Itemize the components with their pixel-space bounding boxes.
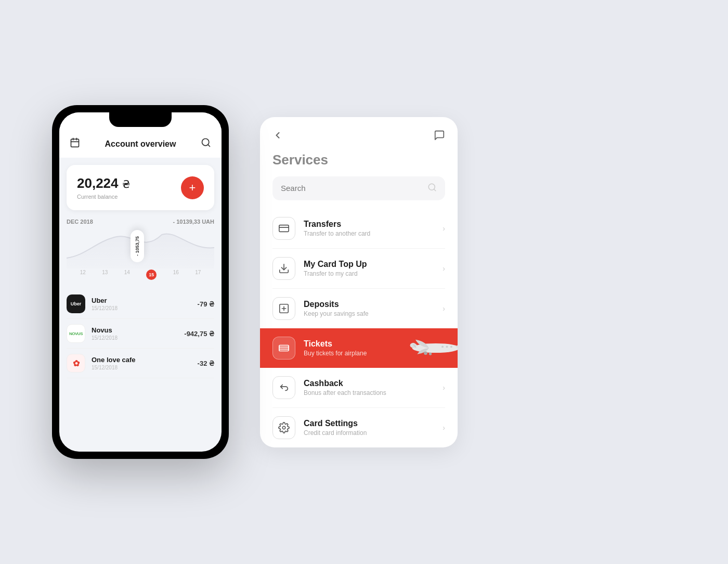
main-container: Account overview 20,224 ₴ Curren — [52, 105, 676, 459]
service-item-deposits[interactable]: Deposits Keep your savings safe › — [260, 289, 458, 328]
uber-logo: Uber — [67, 294, 85, 313]
phone-screen: Account overview 20,224 ₴ Curren — [59, 112, 222, 452]
services-header — [260, 117, 458, 152]
service-item-cashback[interactable]: Cashback Bonus after each transactions › — [260, 368, 458, 407]
svg-rect-0 — [71, 139, 79, 147]
svg-point-18 — [429, 352, 432, 355]
svg-point-19 — [282, 426, 285, 429]
card-settings-name: Card Settings — [304, 419, 434, 428]
svg-point-14 — [441, 345, 444, 348]
period-amount: - 10139,33 UAH — [173, 219, 215, 225]
search-icon — [427, 183, 437, 194]
tx-amount-uber: -79 ₴ — [198, 300, 214, 308]
balance-info: 20,224 ₴ Current balance — [77, 175, 130, 200]
plane-illustration — [395, 331, 458, 365]
chart-labels: 12 13 14 15 16 17 — [67, 270, 214, 280]
chat-icon[interactable] — [434, 130, 445, 144]
transaction-cafe[interactable]: ✿ One love cafe 15/12/2018 -32 ₴ — [67, 349, 214, 378]
search-box[interactable] — [272, 176, 445, 200]
novus-logo: NOVUS — [67, 324, 85, 343]
back-button[interactable] — [272, 130, 283, 143]
deposits-chevron: › — [443, 304, 445, 313]
svg-rect-8 — [279, 225, 289, 232]
tx-amount-cafe: -32 ₴ — [198, 360, 214, 367]
calendar-icon[interactable] — [70, 137, 80, 150]
add-button[interactable]: + — [181, 176, 204, 199]
transaction-uber[interactable]: Uber Uber 15/12/2018 -79 ₴ — [67, 289, 214, 319]
transactions-list: Uber Uber 15/12/2018 -79 ₴ NOVUS Novus 1… — [59, 284, 222, 452]
service-item-transfers[interactable]: Transfers Transfer to another card › — [260, 209, 458, 248]
transfers-chevron: › — [443, 224, 445, 233]
cashback-icon — [272, 376, 295, 399]
tx-amount-novus: -942,75 ₴ — [184, 330, 214, 338]
card-top-up-desc: Transfer to my card — [304, 270, 434, 277]
services-panel: Services Transfers Transfer to another c… — [260, 117, 458, 447]
svg-line-7 — [434, 189, 435, 190]
cafe-logo: ✿ — [67, 354, 85, 373]
card-top-up-icon — [272, 257, 295, 280]
services-title: Services — [260, 152, 458, 176]
tickets-icon — [272, 337, 295, 360]
phone-mockup: Account overview 20,224 ₴ Curren — [52, 105, 229, 459]
svg-rect-12 — [279, 345, 289, 351]
service-item-card-settings[interactable]: Card Settings Credit card information › — [260, 408, 458, 447]
tx-name-novus: Novus — [92, 326, 178, 334]
chart-tooltip: - 1053,75 — [131, 230, 144, 262]
service-item-card-top-up[interactable]: My Card Top Up Transfer to my card › — [260, 249, 458, 288]
tx-date-uber: 15/12/2018 — [92, 305, 191, 311]
transfers-desc: Transfer to another card — [304, 230, 434, 237]
card-settings-icon — [272, 416, 295, 439]
card-settings-desc: Credit card information — [304, 429, 434, 437]
card-top-up-name: My Card Top Up — [304, 260, 434, 269]
chart-container: - 1053,75 12 13 14 15 16 17 — [67, 228, 214, 280]
transfers-icon — [272, 217, 295, 240]
phone-body: Account overview 20,224 ₴ Curren — [52, 105, 229, 459]
transfers-name: Transfers — [304, 220, 434, 229]
cashback-name: Cashback — [304, 379, 434, 388]
page-title: Account overview — [105, 139, 176, 149]
svg-point-17 — [424, 351, 427, 355]
search-input[interactable] — [281, 184, 422, 193]
period-row: DEC 2018 - 10139,33 UAH — [59, 215, 222, 228]
svg-point-16 — [450, 345, 452, 348]
transaction-novus[interactable]: NOVUS Novus 15/12/2018 -942,75 ₴ — [67, 319, 214, 349]
service-item-tickets[interactable]: Tickets Buy tickets for airplane › — [260, 328, 458, 368]
tx-name-cafe: One love cafe — [92, 356, 191, 364]
search-icon[interactable] — [201, 137, 211, 150]
deposits-icon — [272, 297, 295, 320]
card-top-up-chevron: › — [443, 264, 445, 273]
balance-card: 20,224 ₴ Current balance + — [67, 165, 214, 210]
svg-line-5 — [208, 145, 210, 147]
cashback-chevron: › — [443, 383, 445, 392]
svg-point-15 — [446, 345, 448, 348]
phone-notch — [109, 112, 172, 127]
card-settings-chevron: › — [443, 424, 445, 432]
svg-point-13 — [412, 343, 458, 352]
balance-label: Current balance — [77, 194, 130, 200]
period-label: DEC 2018 — [67, 219, 93, 225]
balance-amount: 20,224 ₴ — [77, 175, 130, 191]
deposits-name: Deposits — [304, 300, 434, 309]
chart-active-label[interactable]: 15 — [146, 270, 157, 280]
tx-name-uber: Uber — [92, 297, 191, 304]
cashback-desc: Bonus after each transactions — [304, 389, 434, 396]
tx-date-novus: 15/12/2018 — [92, 335, 178, 341]
tx-date-cafe: 15/12/2018 — [92, 365, 191, 370]
deposits-desc: Keep your savings safe — [304, 310, 434, 317]
